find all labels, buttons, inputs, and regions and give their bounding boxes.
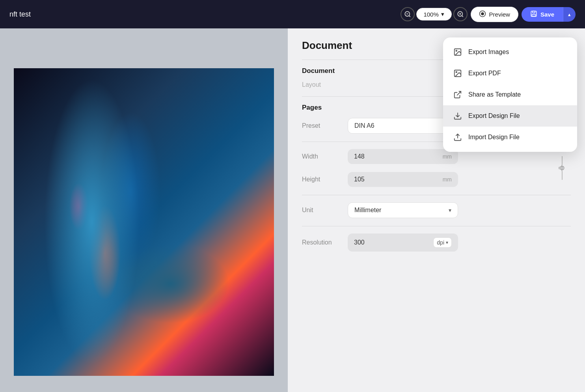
resolution-input-group[interactable]: 300 dpi ▾	[348, 233, 458, 252]
svg-rect-10	[533, 11, 535, 13]
resolution-unit: dpi	[437, 239, 444, 246]
canvas-area	[0, 28, 288, 392]
export-pdf-label: Export PDF	[468, 70, 501, 77]
resolution-unit-dropdown[interactable]: dpi ▾	[433, 237, 452, 248]
share-template-icon	[453, 90, 463, 100]
resolution-row: Resolution 300 dpi ▾	[302, 233, 571, 252]
save-label: Save	[540, 11, 554, 18]
zoom-out-button[interactable]	[401, 7, 415, 21]
share-template-label: Share as Template	[468, 91, 521, 98]
preview-icon	[479, 10, 486, 19]
topbar: nft test 100% ▾	[0, 0, 585, 28]
unit-chevron-icon: ▾	[449, 207, 451, 213]
svg-line-18	[457, 91, 461, 95]
export-images-label: Export Images	[468, 49, 509, 56]
zoom-control: 100% ▾	[401, 7, 468, 21]
import-design-label: Import Design File	[468, 134, 520, 141]
divider-after-unit	[302, 226, 571, 226]
zoom-value-display[interactable]: 100% ▾	[416, 8, 452, 21]
export-images-icon	[453, 47, 463, 57]
save-button[interactable]: Save	[522, 7, 563, 22]
unit-value: Millimeter	[354, 207, 449, 214]
export-design-item[interactable]: Export Design File	[443, 105, 577, 127]
width-label: Width	[302, 153, 341, 160]
save-dropdown-button[interactable]: ▴	[563, 7, 576, 22]
document-title: nft test	[9, 10, 401, 19]
unit-label: Unit	[302, 207, 341, 214]
svg-line-1	[409, 15, 410, 17]
preset-label: Preset	[302, 122, 341, 129]
zoom-in-button[interactable]	[453, 7, 468, 21]
canvas-artwork	[14, 68, 274, 376]
width-value: 148	[354, 153, 443, 160]
export-pdf-icon	[453, 68, 463, 78]
height-label: Height	[302, 176, 341, 183]
preview-button[interactable]: Preview	[471, 7, 518, 22]
dimensions-link-icon	[557, 156, 567, 180]
svg-point-15	[456, 50, 457, 51]
resolution-label: Resolution	[302, 239, 341, 246]
svg-rect-11	[532, 14, 535, 16]
export-pdf-item[interactable]: Export PDF	[443, 63, 577, 84]
unit-select[interactable]: Millimeter ▾	[348, 202, 458, 218]
save-group: Save ▴	[522, 7, 576, 22]
preset-value: DIN A6	[354, 122, 449, 129]
height-unit: mm	[443, 176, 452, 183]
export-design-label: Export Design File	[468, 112, 520, 119]
svg-line-4	[462, 15, 463, 17]
save-dropdown-menu: Export Images Export PDF Share as Templa…	[443, 37, 577, 152]
dimensions-container: Width 148 mm Height 105 mm	[302, 149, 551, 187]
svg-point-17	[456, 71, 457, 73]
save-chevron-icon: ▴	[568, 11, 571, 17]
save-icon	[530, 10, 537, 19]
width-input-group[interactable]: 148 mm	[348, 149, 458, 164]
import-design-item[interactable]: Import Design File	[443, 127, 577, 148]
preview-label: Preview	[489, 11, 510, 18]
height-row: Height 105 mm	[302, 172, 551, 187]
divider-after-dimensions	[302, 195, 571, 195]
share-template-item[interactable]: Share as Template	[443, 84, 577, 105]
unit-row: Unit Millimeter ▾	[302, 202, 571, 218]
export-design-icon	[453, 111, 463, 121]
height-input-group[interactable]: 105 mm	[348, 172, 458, 187]
zoom-chevron-icon: ▾	[441, 11, 444, 18]
svg-point-8	[481, 13, 484, 15]
export-images-item[interactable]: Export Images	[443, 41, 577, 63]
import-design-icon	[453, 132, 463, 142]
resolution-value: 300	[354, 239, 430, 246]
preset-select[interactable]: DIN A6 ▾	[348, 118, 458, 134]
width-unit: mm	[443, 153, 452, 160]
resolution-chevron-icon: ▾	[446, 240, 448, 245]
layout-label: Layout	[302, 81, 321, 88]
zoom-percentage: 100%	[423, 11, 438, 18]
height-value: 105	[354, 176, 443, 183]
topbar-controls: 100% ▾ Preview	[401, 7, 576, 22]
